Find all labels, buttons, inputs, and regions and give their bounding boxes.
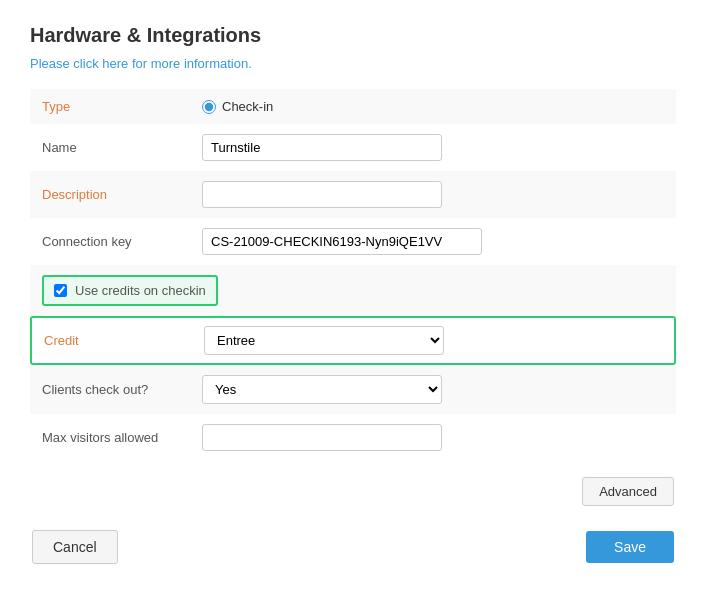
use-credits-label: Use credits on checkin	[75, 283, 206, 298]
advanced-actions-row: Advanced	[30, 477, 676, 506]
name-row: Name	[30, 124, 676, 171]
name-value-cell	[190, 124, 676, 171]
form-table: Type Check-in Name Description	[30, 89, 676, 316]
name-input[interactable]	[202, 134, 442, 161]
form-table-2: Clients check out? Yes No Max visitors a…	[30, 365, 676, 461]
save-button[interactable]: Save	[586, 531, 674, 563]
clients-checkout-label: Clients check out?	[30, 365, 190, 414]
clients-checkout-value-cell: Yes No	[190, 365, 676, 414]
max-visitors-label: Max visitors allowed	[30, 414, 190, 461]
use-credits-row: Use credits on checkin	[30, 265, 676, 316]
use-credits-checkbox[interactable]	[54, 284, 67, 297]
max-visitors-input[interactable]	[202, 424, 442, 451]
description-input[interactable]	[202, 181, 442, 208]
credit-row: Credit Entree Standard Premium	[30, 316, 676, 365]
checkin-radio-label: Check-in	[222, 99, 273, 114]
advanced-button[interactable]: Advanced	[582, 477, 674, 506]
connection-key-row: Connection key	[30, 218, 676, 265]
max-visitors-value-cell	[190, 414, 676, 461]
cancel-button[interactable]: Cancel	[32, 530, 118, 564]
clients-checkout-row: Clients check out? Yes No	[30, 365, 676, 414]
description-value-cell	[190, 171, 676, 218]
bottom-actions: Cancel Save	[30, 530, 676, 564]
credit-select[interactable]: Entree Standard Premium	[204, 326, 444, 355]
name-label: Name	[30, 124, 190, 171]
connection-key-label: Connection key	[30, 218, 190, 265]
use-credits-checkbox-group: Use credits on checkin	[42, 275, 218, 306]
use-credits-cell: Use credits on checkin	[30, 265, 676, 316]
type-row: Type Check-in	[30, 89, 676, 124]
checkin-radio[interactable]	[202, 100, 216, 114]
info-link[interactable]: Please click here for more information.	[30, 56, 252, 71]
type-value-cell: Check-in	[190, 89, 676, 124]
page-title: Hardware & Integrations	[30, 24, 676, 47]
max-visitors-row: Max visitors allowed	[30, 414, 676, 461]
description-label: Description	[30, 171, 190, 218]
credit-label: Credit	[44, 333, 204, 348]
type-radio-group: Check-in	[202, 99, 664, 114]
connection-key-input[interactable]	[202, 228, 482, 255]
type-label: Type	[30, 89, 190, 124]
description-row: Description	[30, 171, 676, 218]
page-container: Hardware & Integrations Please click her…	[0, 0, 706, 588]
clients-checkout-select[interactable]: Yes No	[202, 375, 442, 404]
connection-key-value-cell	[190, 218, 676, 265]
